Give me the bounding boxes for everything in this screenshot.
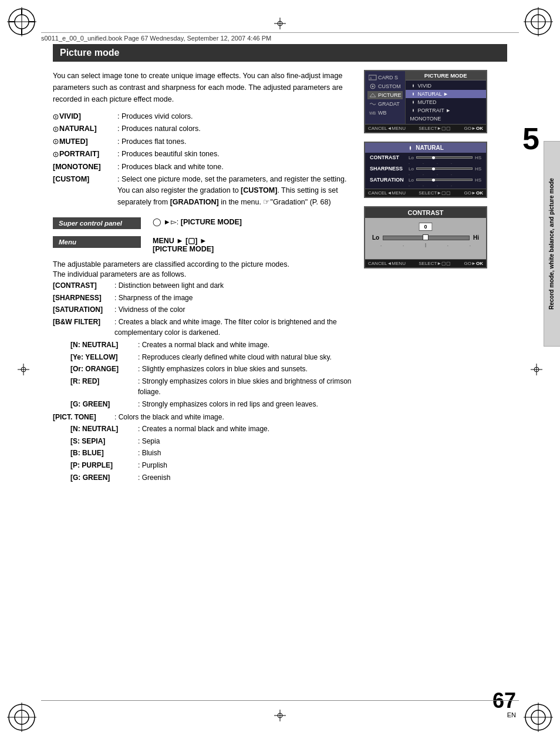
list-item: [CUSTOM] : Select one picture mode, set … <box>53 174 352 208</box>
lo-label: Lo <box>372 234 379 241</box>
list-item: [R: RED] : Strongly emphasizes colors in… <box>53 376 352 398</box>
header-text: s0011_e_00_0_unified.book Page 67 Wednes… <box>41 32 519 42</box>
camera-ui-contrast: CONTRAST 0 Lo Hi ..|.. <box>364 206 487 268</box>
super-control-panel-content: ◯ ►▻: [PICTURE MODE] <box>141 217 352 226</box>
main-content: Picture mode You can select image tone t… <box>53 44 507 692</box>
svg-point-39 <box>372 86 374 88</box>
corner-mark-br <box>524 703 553 732</box>
list-item: [G: GREEN] : Strongly emphasizes colors … <box>53 399 352 410</box>
super-control-panel-label: Super control panel <box>53 217 141 229</box>
list-item: [B: BLUE] : Bluish <box>53 448 352 459</box>
list-item: [N: NEUTRAL] : Creates a normal black an… <box>53 424 352 435</box>
corner-mark-tr <box>524 7 553 36</box>
classify-text1: The adjustable parameters are classified… <box>53 260 352 268</box>
hi-label: Hi <box>473 234 479 241</box>
chapter-tab: Record mode, white balance, and picture … <box>544 141 560 347</box>
intro-text: You can select image tone to create uniq… <box>53 70 352 105</box>
list-item: [P: PURPLE] : Purplish <box>53 460 352 471</box>
camera-ui-picture-mode: A CARD S CUSTOM PICTURE <box>364 70 487 133</box>
chapter-number: 5 <box>522 123 539 154</box>
menu-content: MENU ► [▢] ► [PICTURE MODE] <box>141 236 352 253</box>
svg-text:WB: WB <box>369 111 376 115</box>
menu-section: Menu MENU ► [▢] ► [PICTURE MODE] <box>53 236 352 253</box>
list-item: PORTRAIT] : Produces beautiful skin tone… <box>53 149 352 160</box>
list-item: [MONOTONE] : Produces black and white to… <box>53 162 352 173</box>
chapter-tab-text: Record mode, white balance, and picture … <box>548 178 556 310</box>
contrast-header: CONTRAST <box>365 207 486 218</box>
crosshair-bottom <box>274 710 286 721</box>
list-item: [Or: ORANGE] : Slightly emphasizes color… <box>53 364 352 375</box>
classify-text2: The individual parameters are as follows… <box>53 270 352 278</box>
camera-ui-natural: NATURAL CONTRAST Lo HS .... <box>364 142 487 198</box>
bottom-rule <box>41 700 519 701</box>
list-item: [Ye: YELLOW] : Reproduces clearly define… <box>53 352 352 363</box>
params-section: [CONTRAST] : Distinction between light a… <box>53 280 352 483</box>
super-control-panel-section: Super control panel ◯ ►▻: [PICTURE MODE] <box>53 217 352 229</box>
list-item: [S: SEPIA] : Sepia <box>53 436 352 447</box>
mode-list: VIVID] : Produces vivid colors. NATURAL]… <box>53 111 352 208</box>
list-item: [N: NEUTRAL] : Creates a normal black an… <box>53 340 352 351</box>
list-item: MUTED] : Produces flat tones. <box>53 136 352 147</box>
list-item: [G: GREEN] : Greenish <box>53 472 352 483</box>
corner-mark-tl <box>7 7 36 36</box>
list-item: NATURAL] : Produces natural colors. <box>53 123 352 135</box>
crosshair-top <box>274 18 286 29</box>
svg-text:A: A <box>370 76 372 80</box>
page-number-area: 67 EN <box>492 690 516 718</box>
crosshair-left <box>18 364 29 375</box>
section-title: Picture mode <box>53 44 507 62</box>
list-item: VIVID] : Produces vivid colors. <box>53 111 352 122</box>
corner-mark-bl <box>7 703 36 732</box>
menu-label: Menu <box>53 236 141 248</box>
page-number: 67 <box>492 690 516 711</box>
crosshair-right <box>531 364 542 375</box>
